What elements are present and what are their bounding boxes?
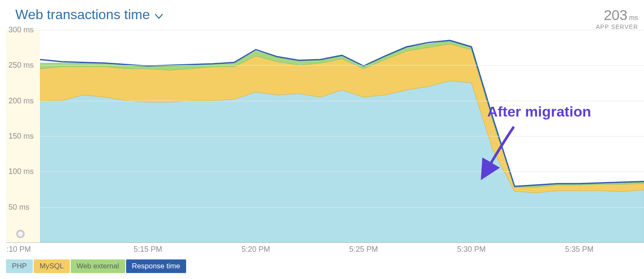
x-axis-line [6, 242, 644, 243]
gridline [40, 101, 644, 101]
chart-title: Web transactions time [15, 7, 150, 23]
y-tick-label: 50 ms [9, 202, 36, 211]
y-tick-label: 300 ms [9, 26, 36, 34]
y-tick-label: 250 ms [9, 61, 36, 70]
gridline [40, 136, 644, 137]
x-tick-label: :10 PM [6, 245, 31, 254]
loading-spinner-icon [16, 230, 25, 238]
x-axis: :10 PM5:15 PM5:20 PM5:25 PM5:30 PM5:35 P… [0, 245, 644, 258]
legend-item-mysql[interactable]: MySQL [34, 259, 70, 273]
area-php [40, 81, 644, 242]
chevron-down-icon [155, 7, 163, 23]
metric-unit: ms [629, 14, 638, 21]
legend-item-web-external[interactable]: Web external [71, 259, 125, 273]
x-tick-label: 5:35 PM [565, 245, 594, 254]
chart-legend: PHP MySQL Web external Response time [6, 259, 186, 273]
metric-sublabel: APP SERVER [596, 23, 638, 30]
x-tick-label: 5:15 PM [134, 245, 162, 254]
y-tick-label: 200 ms [9, 96, 36, 105]
chart-title-dropdown[interactable]: Web transactions time [15, 7, 163, 23]
x-tick-label: 5:20 PM [242, 245, 270, 254]
chart-area[interactable]: 300 ms250 ms200 ms150 ms100 ms50 ms [0, 30, 644, 242]
gridline [40, 65, 644, 65]
y-tick-label: 100 ms [9, 167, 36, 176]
gridline [40, 171, 644, 172]
x-tick-label: 5:25 PM [349, 245, 378, 254]
legend-item-php[interactable]: PHP [6, 259, 33, 273]
x-tick-label: 5:30 PM [457, 245, 486, 254]
gridline [40, 207, 644, 208]
metric-value: 203 [604, 7, 627, 23]
legend-item-response-time[interactable]: Response time [126, 259, 186, 273]
y-tick-label: 150 ms [9, 132, 36, 141]
summary-metric: 203ms APP SERVER [596, 7, 644, 30]
gridline [40, 30, 644, 30]
